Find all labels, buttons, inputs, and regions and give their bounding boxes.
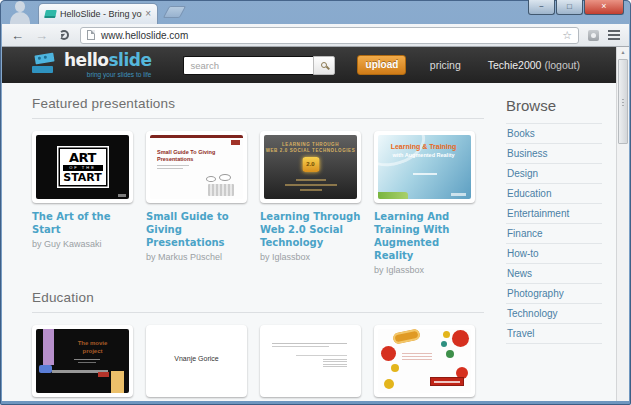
thumbnail-decoration (285, 184, 337, 186)
presentation-author[interactable]: by Iglassbox (260, 252, 361, 262)
thumbnail-decoration (323, 359, 347, 368)
thumbnail-text: Learning & Training (378, 143, 469, 150)
thumbnail-decoration (157, 168, 183, 169)
section-heading: Featured presentations (32, 96, 484, 119)
address-bar[interactable]: www.helloslide.com ☆ (80, 27, 579, 44)
minimize-button[interactable]: − (528, 0, 555, 15)
presentation-thumbnail[interactable] (374, 325, 475, 397)
presentation-thumbnail-art: ARTOF THESTART (36, 135, 129, 199)
logo-hello: hello (64, 50, 108, 70)
scrollbar-thumb[interactable] (618, 59, 628, 144)
presentation-title[interactable]: Small Guide to Giving Presentations (146, 210, 247, 249)
sidebar-item-books[interactable]: Books (506, 124, 602, 144)
search-icon (321, 62, 327, 68)
logout-link[interactable]: (logout) (544, 59, 580, 71)
tab-close-icon[interactable]: × (145, 9, 151, 19)
reload-icon[interactable] (59, 30, 69, 40)
thumbnail-text: Vnanje Gorice (150, 355, 243, 362)
sidebar-item-design[interactable]: Design (506, 164, 602, 184)
site-favicon-icon (44, 10, 57, 18)
thumbnail-decoration (78, 362, 96, 363)
presentation-thumbnail[interactable]: ARTOF THESTART (32, 131, 133, 203)
new-tab-button[interactable] (163, 6, 186, 18)
thumbnail-decoration (157, 165, 189, 166)
back-icon[interactable]: ← (11, 29, 24, 42)
presentation-author[interactable]: by Guy Kawasaki (32, 239, 133, 249)
close-button[interactable]: × (584, 0, 624, 15)
forward-icon[interactable]: → (35, 29, 48, 42)
presentation-section: Featured presentations ARTOF THESTART Th… (32, 96, 484, 275)
title-bar: HelloSlide - Bring your sli × − □ × (0, 0, 631, 24)
logo-tagline: bring your slides to life (64, 71, 151, 78)
page-icon (87, 30, 95, 40)
presentation-thumbnail[interactable]: Learning ThroughWeb 2.0 Social Technolog… (260, 131, 361, 203)
thumbnail-decoration (118, 194, 126, 197)
thumbnail-decoration (430, 377, 464, 386)
search-box (183, 56, 335, 75)
username[interactable]: Techie2000 (488, 59, 542, 71)
extension-icon[interactable] (588, 30, 599, 41)
presentation-thumbnail[interactable]: Vnanje Gorice (146, 325, 247, 397)
sidebar-item-travel[interactable]: Travel (506, 324, 602, 344)
thumbnail-decoration (208, 184, 234, 196)
menu-icon[interactable] (608, 30, 620, 40)
thumbnail-text: Small Guide To Giving Presentations (157, 149, 234, 163)
presentation-title[interactable]: Learning Through Web 2.0 Social Technolo… (260, 210, 361, 249)
thumbnail-decoration (391, 364, 399, 372)
logo-slides-icon (32, 54, 56, 73)
site-header: helloslide bring your slides to life upl… (2, 47, 616, 83)
window-controls: − □ × (527, 0, 624, 15)
pricing-link[interactable]: pricing (430, 59, 461, 71)
page-viewport: helloslide bring your slides to life upl… (2, 47, 629, 401)
search-button[interactable] (313, 56, 335, 75)
sidebar-item-finance[interactable]: Finance (506, 224, 602, 244)
sidebar-item-technology[interactable]: Technology (506, 304, 602, 324)
bookmark-star-icon[interactable]: ☆ (562, 30, 572, 41)
presentation-thumbnail-art: Small Guide To Giving Presentations (150, 135, 243, 199)
thumbnail-decoration (272, 343, 347, 344)
maximize-button[interactable]: □ (556, 0, 583, 15)
presentation-thumbnail[interactable]: The movieproject (32, 325, 133, 397)
thumbnail-decoration (74, 359, 100, 360)
thumbnail-decoration (446, 350, 454, 358)
page-content: helloslide bring your slides to life upl… (2, 47, 616, 401)
sidebar-item-education[interactable]: Education (506, 184, 602, 204)
sidebar-item-business[interactable]: Business (506, 144, 602, 164)
thumbnail-decoration (381, 346, 396, 361)
sidebar-item-entertainment[interactable]: Entertainment (506, 204, 602, 224)
presentation-thumbnail[interactable]: Small Guide To Giving Presentations (146, 131, 247, 203)
thumbnail-decoration (296, 355, 347, 356)
presentation-title[interactable]: Learning And Training With Augmented Rea… (374, 210, 475, 262)
presentation-card: E Reading In Schools by Topgun_Alex (260, 325, 361, 401)
scrollbar[interactable]: ▲ (616, 47, 629, 401)
sidebar-item-how-to[interactable]: How-to (506, 244, 602, 264)
thumbnail-text: Web 2.0 Social Technologies (264, 148, 357, 153)
presentation-author[interactable]: by Iglassbox (374, 265, 475, 275)
presentation-card: info sostanze by Wildcatdidattica (374, 325, 475, 401)
site-logo[interactable]: helloslide bring your slides to life (32, 52, 151, 78)
card-row: The movieproject Chris And Jasper'S Movi… (32, 325, 484, 401)
url-text[interactable]: www.helloslide.com (101, 30, 562, 41)
sidebar-heading: Browse (506, 97, 602, 114)
browser-tab[interactable]: HelloSlide - Bring your sli × (38, 3, 158, 24)
thumbnail-decoration (452, 330, 469, 347)
thumbnail-text-box: ARTOF THESTART (60, 149, 106, 185)
thumbnail-decoration (43, 329, 54, 365)
presentation-author[interactable]: by Markus Püschel (146, 252, 247, 262)
card-row: ARTOF THESTART The Art of the Start by G… (32, 131, 484, 275)
thumbnail-decoration (111, 371, 124, 393)
thumbnail-decoration (206, 176, 216, 182)
presentation-title[interactable]: The Art of the Start (32, 210, 133, 236)
sidebar-item-news[interactable]: News (506, 264, 602, 284)
presentation-thumbnail-art (378, 329, 471, 393)
upload-button[interactable]: upload (357, 55, 406, 75)
search-input[interactable] (183, 56, 313, 75)
presentation-thumbnail[interactable]: Learning & Trainingwith Augmented Realit… (374, 131, 475, 203)
sidebar-item-photography[interactable]: Photography (506, 284, 602, 304)
presentation-thumbnail[interactable] (260, 325, 361, 397)
thumbnail-decoration (219, 174, 231, 181)
thumbnail-text: ART (63, 151, 103, 164)
presentation-thumbnail-art (264, 329, 357, 393)
user-account-link[interactable]: Techie2000 (logout) (488, 59, 580, 71)
scrollbar-up-icon[interactable]: ▲ (617, 47, 629, 58)
